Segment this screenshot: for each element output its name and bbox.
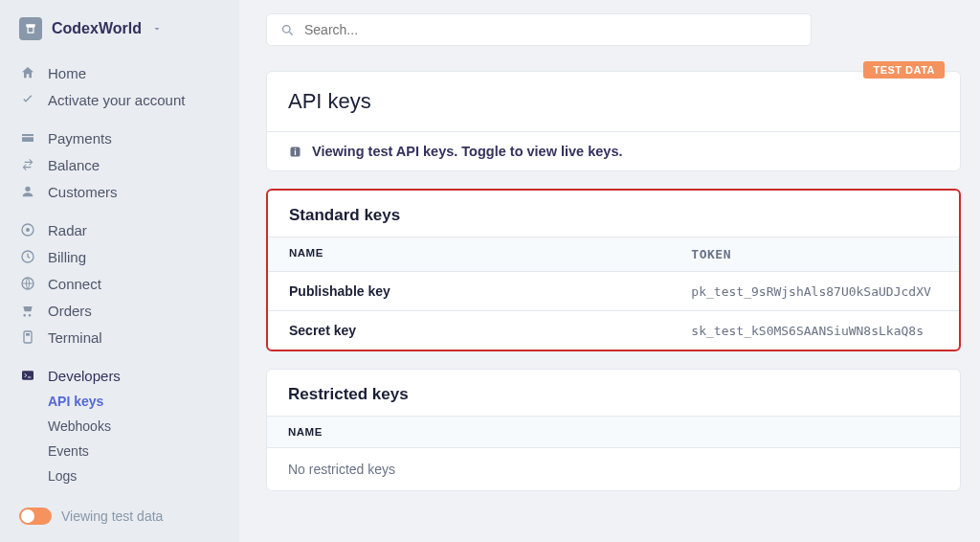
svg-rect-6: [26, 333, 30, 336]
table-row[interactable]: Secret key sk_test_kS0MS6SAANSiuWN8sLkaQ…: [268, 311, 959, 350]
cart-icon: [19, 302, 36, 319]
search-field[interactable]: [304, 22, 797, 37]
sidebar-item-billing[interactable]: Billing: [0, 243, 239, 270]
sidebar-item-label: Customers: [48, 184, 118, 200]
sidebar-item-label: Balance: [48, 157, 100, 173]
svg-rect-5: [24, 331, 32, 343]
clock-icon: [19, 248, 36, 265]
test-data-badge: TEST DATA: [863, 61, 945, 79]
key-name: Secret key: [289, 323, 691, 338]
sidebar-subitem-label: Webhooks: [48, 418, 111, 434]
notice-text: Viewing test API keys. Toggle to view li…: [312, 144, 623, 159]
org-name: CodexWorld: [52, 20, 142, 37]
org-switcher[interactable]: CodexWorld: [0, 17, 239, 54]
page-title: API keys: [267, 72, 960, 131]
key-token[interactable]: sk_test_kS0MS6SAANSiuWN8sLkaQ8s: [691, 324, 938, 338]
sidebar-item-label: Terminal: [48, 329, 102, 346]
col-token-header: TOKEN: [691, 247, 938, 261]
test-keys-notice: i Viewing test API keys. Toggle to view …: [267, 131, 960, 170]
sidebar-item-label: Activate your account: [48, 92, 185, 108]
terminal-device-icon: [19, 328, 36, 346]
sidebar-subitem-logs[interactable]: Logs: [0, 463, 239, 488]
sidebar-item-connect[interactable]: Connect: [0, 270, 239, 297]
transfer-icon: [19, 156, 36, 173]
table-header: NAME TOKEN: [268, 237, 959, 272]
search-icon: [280, 23, 295, 37]
sidebar-item-label: Developers: [48, 368, 121, 384]
globe-icon: [19, 275, 36, 292]
sidebar-item-home[interactable]: Home: [0, 59, 239, 86]
sidebar-item-customers[interactable]: Customers: [0, 178, 239, 205]
svg-text:i: i: [294, 147, 296, 156]
sidebar-item-terminal[interactable]: Terminal: [0, 324, 239, 350]
search-input[interactable]: [266, 13, 812, 46]
svg-rect-7: [22, 371, 33, 379]
sidebar-item-label: Home: [48, 65, 86, 81]
sidebar-item-radar[interactable]: Radar: [0, 216, 239, 243]
col-name-header: NAME: [289, 247, 691, 261]
sidebar-item-developers[interactable]: Developers: [0, 362, 239, 389]
standard-keys-section: Standard keys NAME TOKEN Publishable key…: [266, 189, 961, 351]
table-header: NAME: [267, 416, 960, 448]
sidebar-subitem-apikeys[interactable]: API keys: [0, 389, 239, 414]
terminal-icon: [19, 367, 36, 384]
sidebar-subitem-events[interactable]: Events: [0, 439, 239, 463]
sidebar: CodexWorld Home Activate your account: [0, 0, 239, 542]
svg-point-2: [26, 228, 30, 232]
user-icon: [19, 183, 36, 200]
toggle-switch-icon[interactable]: [19, 508, 52, 525]
sidebar-item-orders[interactable]: Orders: [0, 297, 239, 324]
key-token[interactable]: pk_test_9sRWjshAls87U0kSaUDJcdXV: [691, 284, 938, 299]
api-keys-card: TEST DATA API keys i Viewing test API ke…: [266, 71, 961, 171]
empty-state: No restricted keys: [267, 448, 960, 490]
sidebar-item-label: Radar: [48, 222, 87, 238]
section-title: Standard keys: [268, 191, 959, 237]
sidebar-item-label: Connect: [48, 276, 101, 292]
svg-point-0: [25, 187, 30, 192]
sidebar-item-label: Billing: [48, 249, 86, 265]
radar-icon: [19, 221, 36, 238]
sidebar-item-label: Orders: [48, 303, 92, 319]
sidebar-subitem-label: Logs: [48, 468, 77, 484]
sidebar-item-activate[interactable]: Activate your account: [0, 86, 239, 113]
test-data-toggle[interactable]: Viewing test data: [0, 498, 239, 534]
test-toggle-label: Viewing test data: [61, 508, 163, 524]
svg-point-8: [283, 25, 291, 33]
section-title: Restricted keys: [267, 370, 960, 416]
sidebar-item-label: Payments: [48, 130, 112, 147]
chevron-down-icon: [151, 23, 163, 34]
sidebar-subitem-label: Events: [48, 443, 89, 459]
info-icon: i: [288, 145, 302, 159]
card-icon: [19, 129, 36, 147]
sidebar-subitem-webhooks[interactable]: Webhooks: [0, 414, 239, 439]
table-row[interactable]: Publishable key pk_test_9sRWjshAls87U0kS…: [268, 272, 959, 311]
sidebar-subitem-label: API keys: [48, 394, 103, 409]
key-name: Publishable key: [289, 283, 691, 299]
sidebar-item-payments[interactable]: Payments: [0, 124, 239, 151]
col-name-header: NAME: [288, 426, 692, 438]
store-icon: [19, 17, 42, 40]
sidebar-item-balance[interactable]: Balance: [0, 151, 239, 178]
check-icon: [19, 91, 36, 108]
main-content: TEST DATA API keys i Viewing test API ke…: [239, 0, 980, 542]
home-icon: [19, 64, 36, 81]
restricted-keys-section: Restricted keys NAME No restricted keys: [266, 369, 961, 491]
